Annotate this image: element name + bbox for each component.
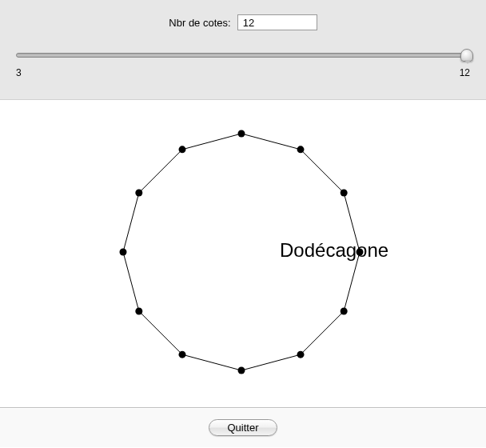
polygon-name-label: Dodécagone <box>280 239 388 262</box>
footer-bar: Quitter <box>0 407 486 447</box>
polygon-vertex <box>238 367 245 374</box>
sides-input-row: Nbr de cotes: <box>0 14 486 30</box>
polygon-vertex <box>238 130 245 138</box>
polygon-vertex <box>179 146 186 153</box>
controls-panel: Nbr de cotes: 3 12 <box>0 0 486 100</box>
slider-max-label: 12 <box>460 67 470 78</box>
polygon-vertex <box>297 351 305 358</box>
slider-container: 3 12 <box>0 46 486 78</box>
slider-labels: 3 12 <box>16 67 470 78</box>
polygon-vertex <box>341 308 348 315</box>
polygon-vertex <box>341 190 348 197</box>
polygon-vertex <box>297 146 305 153</box>
polygon-vertex <box>120 249 127 256</box>
sides-input[interactable] <box>237 14 317 30</box>
polygon-vertex <box>135 190 142 197</box>
slider-track <box>16 53 470 58</box>
quit-button[interactable]: Quitter <box>209 419 277 436</box>
polygon-canvas: Dodécagone <box>0 100 486 407</box>
sides-slider[interactable] <box>16 46 470 66</box>
polygon-svg <box>0 100 486 407</box>
slider-thumb[interactable] <box>460 49 473 62</box>
polygon-vertex <box>135 308 142 315</box>
sides-label: Nbr de cotes: <box>169 17 230 29</box>
polygon-vertex <box>179 351 186 358</box>
slider-min-label: 3 <box>16 67 22 78</box>
